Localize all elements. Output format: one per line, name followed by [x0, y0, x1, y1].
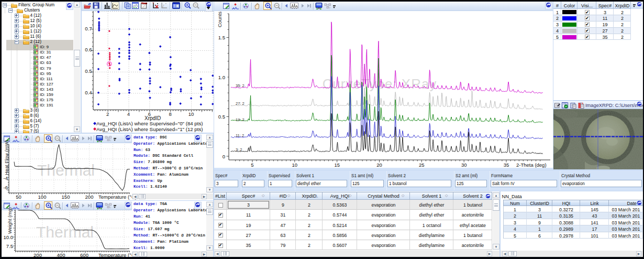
svg-text:Thermal: Thermal: [37, 161, 95, 179]
svg-text:Thermal: Thermal: [36, 223, 94, 241]
